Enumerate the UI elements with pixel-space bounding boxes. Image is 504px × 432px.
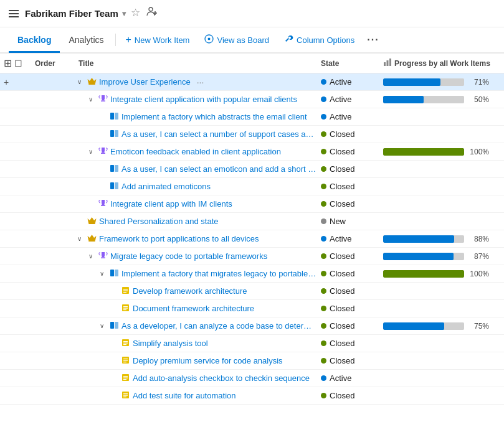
hamburger-menu[interactable] xyxy=(9,10,19,17)
svg-rect-41 xyxy=(123,342,128,343)
row-title-cell: Add test suite for automation xyxy=(75,390,317,401)
progress-bar-fill xyxy=(383,322,444,330)
column-options-button[interactable]: Column Options xyxy=(277,31,362,49)
expand-chevron[interactable]: ∨ xyxy=(88,148,96,155)
item-label[interactable]: Add auto-analysis checkbox to checkin se… xyxy=(133,373,310,383)
item-label[interactable]: Develop framework architecture xyxy=(133,286,247,296)
checkbox-icon[interactable]: ☐ xyxy=(14,59,22,68)
board-icon xyxy=(204,34,214,45)
expand-chevron[interactable]: ∨ xyxy=(77,235,85,242)
item-label[interactable]: As a user, I can select an emoticon and … xyxy=(121,164,317,174)
item-type-icon xyxy=(121,390,130,401)
item-label[interactable]: Document framework architecture xyxy=(133,304,254,313)
progress-cell: 50% xyxy=(379,95,504,104)
item-label[interactable]: As a user, I can select a number of supp… xyxy=(121,129,317,139)
progress-bar-container xyxy=(383,148,464,156)
team-name-text: Fabrikam Fiber Team xyxy=(25,8,118,19)
more-actions-button[interactable]: ··· xyxy=(362,32,384,48)
item-type-icon xyxy=(110,164,119,175)
expand-chevron[interactable]: ∨ xyxy=(77,78,85,85)
row-title-cell: ∨Integrate client application with popul… xyxy=(75,94,317,105)
item-label[interactable]: Simplify analysis tool xyxy=(133,339,208,348)
item-label[interactable]: Integrate client app with IM clients xyxy=(110,199,232,209)
svg-rect-13 xyxy=(110,130,114,137)
item-label[interactable]: Emoticon feedback enabled in client appl… xyxy=(110,147,281,156)
state-dot xyxy=(321,149,326,154)
svg-rect-45 xyxy=(123,360,128,360)
svg-rect-25 xyxy=(102,256,105,258)
row-title-cell: ∨Emoticon feedback enabled in client app… xyxy=(75,146,317,157)
add-child-button[interactable]: + xyxy=(4,77,9,87)
item-type-icon xyxy=(87,233,97,245)
tab-backlog[interactable]: Backlog xyxy=(9,29,60,53)
state-cell: Closed xyxy=(317,147,379,156)
state-dot xyxy=(321,218,326,224)
progress-bar-fill xyxy=(383,78,440,86)
state-cell: Active xyxy=(317,77,379,87)
nav-divider xyxy=(115,34,116,46)
item-label[interactable]: Add test suite for automation xyxy=(133,391,235,400)
new-work-item-button[interactable]: + New Work Item xyxy=(118,31,197,49)
state-label: Closed xyxy=(330,286,354,296)
item-label[interactable]: Integrate client application with popula… xyxy=(110,95,297,104)
item-label[interactable]: Deploy premium service for code analysis xyxy=(133,356,283,365)
team-name: Fabrikam Fiber Team ▾ xyxy=(25,8,126,19)
state-label: Active xyxy=(330,373,351,383)
state-label: New xyxy=(330,217,346,226)
item-label[interactable]: Improve User Experience xyxy=(99,77,191,87)
person-icon[interactable] xyxy=(146,6,158,21)
item-label[interactable]: Implement a factory which abstracts the … xyxy=(121,112,307,121)
state-label: Closed xyxy=(330,164,354,174)
th-progress: Progress by all Work Items xyxy=(379,58,504,68)
table-row: ∨Implement a factory that migrates legac… xyxy=(0,265,504,283)
expand-chevron[interactable]: ∨ xyxy=(100,322,107,329)
row-title-cell: ∨Migrate legacy code to portable framewo… xyxy=(75,251,317,262)
item-type-icon xyxy=(110,181,119,192)
row-title-cell: ∨Implement a factory that migrates legac… xyxy=(75,268,317,279)
svg-rect-50 xyxy=(123,379,126,380)
row-more-button[interactable]: ··· xyxy=(197,77,204,87)
state-cell: Closed xyxy=(317,339,379,348)
state-dot xyxy=(321,358,326,364)
table-row: Implement a factory which abstracts the … xyxy=(0,108,504,126)
state-dot xyxy=(321,201,326,207)
tree-body: +∨Improve User Experience···Active71%∨In… xyxy=(0,73,504,432)
svg-rect-22 xyxy=(101,205,105,206)
expand-chevron[interactable]: ∨ xyxy=(88,253,96,260)
svg-rect-23 xyxy=(88,223,95,224)
state-dot xyxy=(321,79,326,85)
tab-analytics[interactable]: Analytics xyxy=(60,29,112,53)
state-label: Closed xyxy=(330,129,354,139)
item-label[interactable]: As a developer, I can analyze a code bas… xyxy=(121,321,317,331)
expand-chevron[interactable]: ∨ xyxy=(88,96,96,103)
row-tools: + xyxy=(0,77,31,87)
chevron-down-icon[interactable]: ▾ xyxy=(122,9,126,18)
item-label[interactable]: Migrate legacy code to portable framewor… xyxy=(110,251,267,261)
item-label[interactable]: Add animated emoticons xyxy=(121,182,211,191)
progress-cell: 88% xyxy=(379,235,504,243)
state-dot xyxy=(321,323,326,329)
item-label[interactable]: Implement a factory that migrates legacy… xyxy=(121,269,317,278)
state-cell: Closed xyxy=(317,129,379,139)
expand-chevron[interactable]: ∨ xyxy=(100,270,107,277)
table-row: Integrate client app with IM clientsClos… xyxy=(0,195,504,213)
state-label: Closed xyxy=(330,304,354,313)
item-label[interactable]: Framework to port applications to all de… xyxy=(99,234,259,243)
svg-rect-11 xyxy=(110,113,114,120)
add-row-icon[interactable]: ⊞ xyxy=(4,57,12,69)
svg-rect-8 xyxy=(88,83,95,85)
table-row: Add animated emoticonsClosed xyxy=(0,178,504,195)
view-as-board-button[interactable]: View as Board xyxy=(197,31,277,49)
state-cell: Closed xyxy=(317,356,379,365)
state-label: Closed xyxy=(330,269,354,278)
state-label: Active xyxy=(330,112,351,121)
svg-rect-20 xyxy=(115,182,118,189)
svg-rect-17 xyxy=(110,165,114,172)
star-icon[interactable]: ☆ xyxy=(131,6,140,21)
progress-chart-icon xyxy=(383,58,392,68)
progress-label: 71% xyxy=(468,78,489,87)
svg-rect-54 xyxy=(123,397,126,397)
table-row: Add test suite for automationClosed xyxy=(0,387,504,405)
item-label[interactable]: Shared Personalization and state xyxy=(99,217,219,226)
svg-rect-19 xyxy=(110,182,114,189)
